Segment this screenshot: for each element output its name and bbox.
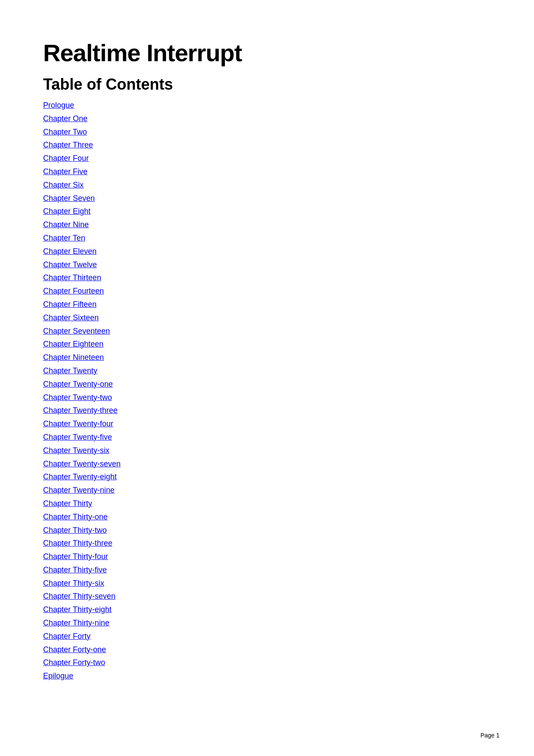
- toc-item: Chapter Thirty: [43, 497, 491, 510]
- toc-link-chapter-sixteen[interactable]: Chapter Sixteen: [43, 313, 99, 322]
- toc-item: Chapter Twenty-four: [43, 417, 491, 431]
- toc-link-chapter-forty[interactable]: Chapter Forty: [43, 632, 91, 640]
- toc-link-chapter-twenty-one[interactable]: Chapter Twenty-one: [43, 380, 113, 388]
- book-title: Realtime Interrupt: [43, 39, 491, 67]
- toc-item: Chapter Twenty-nine: [43, 484, 491, 497]
- toc-item: Chapter Fourteen: [43, 284, 491, 298]
- toc-link-chapter-thirty[interactable]: Chapter Thirty: [43, 499, 92, 508]
- toc-link-chapter-thirty-six[interactable]: Chapter Thirty-six: [43, 579, 104, 587]
- toc-link-chapter-eleven[interactable]: Chapter Eleven: [43, 247, 97, 256]
- toc-link-chapter-forty-one[interactable]: Chapter Forty-one: [43, 645, 106, 654]
- toc-item: Chapter Thirty-five: [43, 563, 491, 577]
- toc-link-chapter-nine[interactable]: Chapter Nine: [43, 220, 89, 229]
- toc-item: Chapter Seventeen: [43, 325, 491, 338]
- toc-link-chapter-two[interactable]: Chapter Two: [43, 128, 87, 136]
- toc-item: Chapter Thirty-seven: [43, 590, 491, 603]
- toc-link-chapter-thirteen[interactable]: Chapter Thirteen: [43, 273, 101, 282]
- toc-link-epilogue[interactable]: Epilogue: [43, 672, 73, 680]
- toc-link-chapter-thirty-eight[interactable]: Chapter Thirty-eight: [43, 605, 112, 614]
- toc-link-chapter-six[interactable]: Chapter Six: [43, 181, 84, 189]
- toc-link-chapter-twenty-nine[interactable]: Chapter Twenty-nine: [43, 486, 115, 494]
- toc-item: Chapter Fifteen: [43, 298, 491, 311]
- toc-link-chapter-twenty-eight[interactable]: Chapter Twenty-eight: [43, 472, 117, 481]
- toc-link-chapter-five[interactable]: Chapter Five: [43, 167, 87, 176]
- toc-link-chapter-twenty-five[interactable]: Chapter Twenty-five: [43, 433, 112, 441]
- toc-item: Chapter Five: [43, 165, 491, 178]
- toc-item: Chapter Twenty: [43, 364, 491, 378]
- toc-link-chapter-twenty-three[interactable]: Chapter Twenty-three: [43, 406, 118, 415]
- toc-link-chapter-nineteen[interactable]: Chapter Nineteen: [43, 353, 104, 362]
- toc-link-chapter-forty-two[interactable]: Chapter Forty-two: [43, 658, 105, 667]
- toc-link-chapter-twenty-six[interactable]: Chapter Twenty-six: [43, 446, 109, 455]
- toc-item: Chapter Twenty-six: [43, 444, 491, 457]
- page-number: Page 1: [481, 732, 500, 739]
- toc-link-chapter-four[interactable]: Chapter Four: [43, 154, 89, 162]
- toc-item: Chapter Thirty-six: [43, 577, 491, 590]
- toc-link-chapter-twenty-seven[interactable]: Chapter Twenty-seven: [43, 459, 121, 468]
- toc-link-chapter-one[interactable]: Chapter One: [43, 114, 87, 123]
- toc-item: Chapter Twenty-eight: [43, 470, 491, 484]
- toc-item: Chapter Twenty-three: [43, 404, 491, 417]
- toc-item: Chapter Thirty-two: [43, 524, 491, 537]
- toc-item: Chapter Nineteen: [43, 351, 491, 364]
- toc-item: Chapter Twenty-two: [43, 391, 491, 404]
- toc-link-chapter-thirty-three[interactable]: Chapter Thirty-three: [43, 539, 112, 547]
- toc-item: Chapter Twenty-one: [43, 378, 491, 391]
- toc-link-chapter-fourteen[interactable]: Chapter Fourteen: [43, 287, 104, 295]
- toc-item: Chapter Forty-two: [43, 656, 491, 669]
- toc-item: Chapter One: [43, 112, 491, 125]
- toc-link-chapter-eighteen[interactable]: Chapter Eighteen: [43, 340, 103, 348]
- toc-item: Epilogue: [43, 669, 491, 683]
- toc-item: Chapter Thirty-four: [43, 550, 491, 563]
- toc-link-chapter-twenty-two[interactable]: Chapter Twenty-two: [43, 393, 112, 402]
- toc-item: Chapter Thirty-eight: [43, 603, 491, 616]
- toc-link-chapter-thirty-two[interactable]: Chapter Thirty-two: [43, 526, 107, 534]
- toc-link-chapter-thirty-five[interactable]: Chapter Thirty-five: [43, 565, 107, 574]
- toc-item: Chapter Thirty-three: [43, 537, 491, 550]
- toc-link-chapter-thirty-one[interactable]: Chapter Thirty-one: [43, 512, 108, 521]
- toc-item: Chapter Six: [43, 178, 491, 192]
- toc-item: Chapter Twenty-seven: [43, 457, 491, 471]
- toc-heading: Table of Contents: [43, 75, 491, 94]
- toc-item: Chapter Twelve: [43, 258, 491, 272]
- toc-link-chapter-seven[interactable]: Chapter Seven: [43, 194, 95, 203]
- toc-item: Chapter Eight: [43, 205, 491, 218]
- toc-item: Chapter Nine: [43, 218, 491, 231]
- toc-item: Chapter Forty: [43, 630, 491, 643]
- toc-item: Chapter Forty-one: [43, 643, 491, 656]
- toc-item: Chapter Three: [43, 138, 491, 152]
- toc-item: Chapter Four: [43, 152, 491, 165]
- toc-link-chapter-twenty-four[interactable]: Chapter Twenty-four: [43, 419, 113, 428]
- toc-link-prologue[interactable]: Prologue: [43, 101, 74, 109]
- toc-link-chapter-three[interactable]: Chapter Three: [43, 141, 93, 149]
- toc-link-chapter-twenty[interactable]: Chapter Twenty: [43, 366, 97, 375]
- toc-link-chapter-twelve[interactable]: Chapter Twelve: [43, 260, 97, 269]
- toc-item: Chapter Twenty-five: [43, 431, 491, 444]
- toc-item: Prologue: [43, 99, 491, 112]
- toc-item: Chapter Eighteen: [43, 337, 491, 351]
- toc-link-chapter-ten[interactable]: Chapter Ten: [43, 234, 85, 242]
- toc-item: Chapter Two: [43, 125, 491, 139]
- toc-link-chapter-thirty-nine[interactable]: Chapter Thirty-nine: [43, 619, 109, 627]
- toc-link-chapter-fifteen[interactable]: Chapter Fifteen: [43, 300, 97, 309]
- toc-item: Chapter Ten: [43, 231, 491, 245]
- toc-item: Chapter Thirty-nine: [43, 616, 491, 630]
- toc-list: PrologueChapter OneChapter TwoChapter Th…: [43, 99, 491, 683]
- toc-item: Chapter Sixteen: [43, 311, 491, 325]
- toc-item: Chapter Thirty-one: [43, 510, 491, 524]
- toc-link-chapter-eight[interactable]: Chapter Eight: [43, 207, 91, 216]
- toc-link-chapter-thirty-four[interactable]: Chapter Thirty-four: [43, 552, 108, 561]
- toc-item: Chapter Thirteen: [43, 271, 491, 284]
- toc-link-chapter-thirty-seven[interactable]: Chapter Thirty-seven: [43, 592, 116, 600]
- toc-item: Chapter Seven: [43, 192, 491, 205]
- toc-item: Chapter Eleven: [43, 245, 491, 258]
- toc-link-chapter-seventeen[interactable]: Chapter Seventeen: [43, 327, 110, 335]
